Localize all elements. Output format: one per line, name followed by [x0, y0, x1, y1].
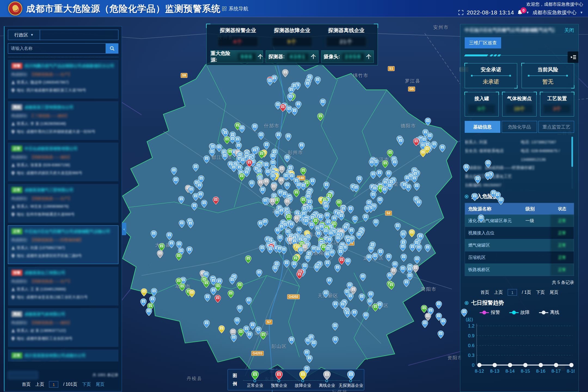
map-marker[interactable]	[387, 272, 393, 280]
table-row[interactable]: 铁路栈桥区 正常	[465, 264, 574, 276]
map-marker[interactable]	[270, 173, 276, 181]
map-marker[interactable]	[238, 173, 245, 181]
map-marker[interactable]	[234, 317, 240, 325]
map-marker[interactable]	[293, 189, 300, 197]
map-marker[interactable]	[372, 253, 378, 261]
search-button[interactable]	[106, 43, 118, 54]
map-marker[interactable]	[146, 308, 152, 316]
map-marker[interactable]	[364, 205, 370, 213]
map-marker[interactable]	[323, 203, 329, 211]
map-marker[interactable]	[240, 157, 246, 165]
map-marker[interactable]	[424, 244, 431, 252]
tab-危险化学品[interactable]: 危险化学品	[502, 121, 537, 133]
map-marker[interactable]	[258, 151, 265, 159]
map-marker[interactable]	[257, 179, 264, 187]
company-list-item[interactable]: 正常 成都某某燃气工贸有限公司 构成级别: 【四级危险源——生产】 联系人: 钟…	[8, 184, 118, 223]
map-marker[interactable]	[381, 186, 388, 194]
map-marker[interactable]	[291, 108, 298, 116]
search-input[interactable]	[8, 43, 106, 54]
map-marker[interactable]	[377, 197, 383, 205]
map-marker[interactable]	[326, 277, 333, 285]
map-marker[interactable]	[314, 264, 320, 272]
map-marker[interactable]	[262, 197, 268, 206]
pager-page-input[interactable]: 1	[49, 381, 58, 388]
map-marker[interactable]	[282, 69, 289, 77]
pager-next[interactable]: 下页	[536, 290, 545, 295]
map-marker[interactable]	[258, 132, 264, 140]
company-list-item[interactable]: 报警 成都某某化工有限公司 构成级别: 【四级危险源——生产】 联系人: 王 某…	[8, 267, 118, 305]
map-marker[interactable]	[288, 221, 295, 229]
map-marker[interactable]	[337, 249, 344, 257]
map-marker[interactable]	[260, 332, 267, 340]
map-marker[interactable]	[304, 366, 310, 374]
map-marker[interactable]	[269, 198, 276, 206]
legend-item[interactable]: 报警	[480, 309, 500, 316]
map-marker[interactable]	[231, 334, 237, 342]
map-marker[interactable]	[436, 301, 442, 309]
map-marker[interactable]	[179, 283, 185, 291]
company-list-item[interactable]: 正常 中石化成都某某销售有限公司 构成级别: 【四级危险源——储存】 联系人: …	[8, 143, 118, 181]
map-marker[interactable]	[397, 137, 404, 146]
map-marker[interactable]	[362, 214, 369, 222]
map-marker[interactable]	[203, 155, 210, 164]
map-marker[interactable]	[373, 219, 379, 227]
region-filter-input[interactable]	[40, 30, 118, 40]
map-marker[interactable]	[409, 229, 415, 237]
map-marker[interactable]	[203, 280, 210, 288]
map-marker[interactable]	[179, 220, 185, 228]
map-marker[interactable]	[222, 152, 228, 161]
map-marker[interactable]	[324, 251, 330, 259]
map-marker[interactable]	[274, 227, 281, 235]
map-marker[interactable]	[403, 279, 410, 287]
map-marker[interactable]	[332, 301, 339, 309]
map-marker[interactable]	[201, 200, 207, 208]
notification-bell-icon[interactable]: 0	[517, 10, 523, 16]
map-marker[interactable]	[204, 294, 211, 302]
map-marker[interactable]	[239, 125, 245, 133]
map-marker[interactable]	[256, 269, 262, 277]
map-marker[interactable]	[300, 167, 307, 176]
map-marker[interactable]	[309, 178, 316, 186]
map-marker[interactable]	[415, 199, 422, 207]
map-marker[interactable]	[284, 198, 290, 206]
map-marker[interactable]	[382, 160, 388, 168]
map-marker[interactable]	[332, 323, 338, 331]
map-marker[interactable]	[140, 298, 147, 307]
map-marker[interactable]	[338, 213, 345, 221]
map-marker[interactable]	[391, 159, 398, 167]
map-marker[interactable]	[171, 167, 177, 175]
map-marker[interactable]	[277, 234, 283, 243]
map-marker[interactable]	[411, 175, 418, 183]
map-marker[interactable]	[317, 113, 324, 121]
map-marker[interactable]	[369, 159, 375, 167]
map-marker[interactable]	[461, 309, 467, 317]
map-marker[interactable]	[252, 123, 258, 131]
map-marker[interactable]	[191, 203, 198, 211]
map-marker[interactable]	[471, 193, 478, 201]
map-marker[interactable]	[203, 320, 210, 328]
map-marker[interactable]	[278, 177, 284, 185]
company-list-item[interactable]: 正常 四川某某股份有限公司成都分公司 构成级别: 【四级——储存】 联系人: 刘…	[8, 350, 118, 362]
map-marker[interactable]	[421, 305, 427, 313]
map-marker[interactable]	[237, 282, 243, 290]
map-marker[interactable]	[151, 230, 157, 238]
map-marker[interactable]	[298, 142, 305, 150]
map-marker[interactable]	[332, 336, 339, 344]
map-marker[interactable]	[314, 76, 321, 85]
map-marker[interactable]	[320, 99, 326, 107]
table-row[interactable]: 燃气储罐区 正常	[465, 239, 574, 251]
close-panel-button[interactable]: 关闭	[564, 27, 574, 33]
map-marker[interactable]	[388, 282, 395, 290]
map-marker[interactable]	[267, 246, 274, 254]
map-marker[interactable]	[141, 288, 147, 296]
pager-prev[interactable]: 上页	[35, 382, 44, 387]
map-marker[interactable]	[409, 244, 416, 252]
map-marker[interactable]	[437, 330, 444, 339]
map-marker[interactable]	[414, 256, 420, 264]
map-marker[interactable]	[352, 216, 358, 224]
map-marker[interactable]	[440, 318, 446, 326]
map-marker[interactable]	[187, 220, 194, 228]
map-marker[interactable]	[413, 138, 419, 146]
page-size-selector[interactable]	[8, 371, 38, 379]
map-marker[interactable]	[237, 305, 243, 313]
